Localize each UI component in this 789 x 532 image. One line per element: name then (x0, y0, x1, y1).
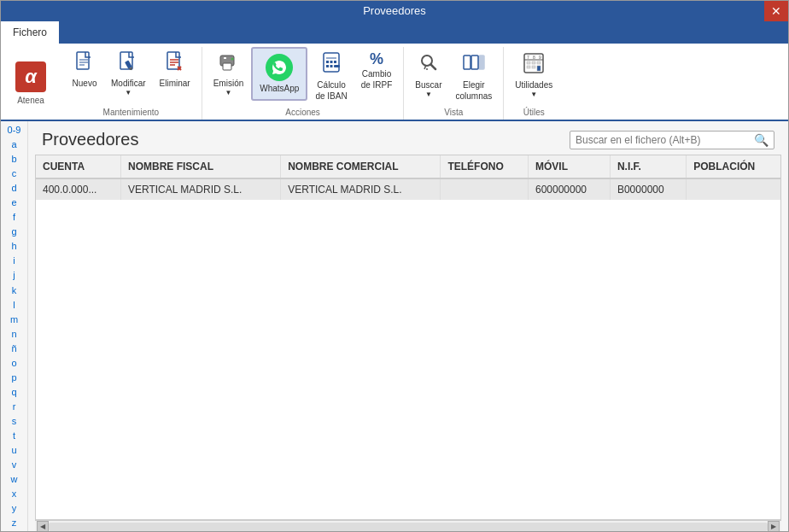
content-area: Proveedores 🔍 CUENTA NOMBRE FISCAL NOMBR… (28, 121, 788, 532)
alpha-m[interactable]: m (10, 313, 18, 327)
alpha-z[interactable]: z (12, 516, 17, 530)
alpha-s[interactable]: s (12, 414, 17, 429)
alpha-u[interactable]: u (11, 443, 16, 458)
emision-label: Emisión (213, 78, 244, 89)
whatsapp-icon (266, 54, 293, 81)
scroll-left-arrow[interactable]: ◀ (37, 521, 49, 533)
alpha-i[interactable]: i (13, 254, 15, 268)
col-cuenta: CUENTA (36, 155, 120, 178)
alpha-f[interactable]: f (13, 210, 15, 225)
alpha-ñ[interactable]: ñ (11, 342, 16, 356)
tab-fichero[interactable]: Fichero (1, 21, 59, 44)
col-poblacion: POBLACIÓN (687, 155, 780, 178)
scroll-right-arrow[interactable]: ▶ (768, 521, 780, 533)
svg-rect-0 (77, 52, 89, 69)
utilidades-dropdown-arrow: ▼ (530, 91, 537, 99)
utilidades-icon: 789 (522, 51, 546, 78)
buscar-button[interactable]: Buscar ▼ (409, 47, 447, 103)
cell-nif: B0000000 (610, 178, 686, 200)
col-nif: N.I.F. (610, 155, 686, 178)
alpha-r[interactable]: r (13, 400, 16, 414)
svg-rect-24 (334, 65, 340, 67)
utilidades-button[interactable]: 789 Utilidades ▼ (509, 47, 558, 103)
table-row[interactable]: 400.0.000... VERTICAL MADRID S.L. VERTIC… (36, 178, 780, 200)
alpha-t[interactable]: t (13, 429, 15, 443)
close-button[interactable]: ✕ (764, 1, 788, 21)
calculo-iban-label: Cálculo de IBAN (315, 79, 347, 102)
alpha-w[interactable]: w (11, 472, 18, 487)
svg-rect-20 (330, 61, 333, 63)
alpha-09[interactable]: 0-9 (8, 123, 21, 137)
table-header-row: CUENTA NOMBRE FISCAL NOMBRE COMERCIAL TE… (36, 155, 780, 178)
utilidades-label: Utilidades (515, 79, 552, 91)
alpha-h[interactable]: h (11, 239, 16, 254)
table-container: CUENTA NOMBRE FISCAL NOMBRE COMERCIAL TE… (35, 155, 781, 520)
cell-telefono (441, 178, 529, 200)
cambio-irpf-button[interactable]: % Cambio de IRPF (355, 47, 399, 95)
eliminar-icon (166, 51, 184, 76)
cambio-irpf-icon: % (370, 51, 383, 67)
horizontal-scrollbar[interactable]: ◀ ▶ (35, 520, 781, 532)
alpha-n[interactable]: n (11, 327, 16, 342)
cell-nombre-comercial: VERTICAL MADRID S.L. (281, 178, 441, 200)
scroll-track[interactable] (49, 523, 768, 531)
emision-icon (218, 51, 238, 76)
alpha-q[interactable]: q (11, 385, 16, 400)
alpha-l[interactable]: l (13, 298, 15, 313)
ribbon-section-vista: Buscar ▼ Elegir columnas Vista (404, 47, 504, 120)
alpha-k[interactable]: k (12, 284, 17, 298)
atenea-icon: α (15, 61, 46, 92)
svg-point-16 (231, 58, 234, 61)
svg-rect-15 (224, 57, 226, 59)
svg-text:8: 8 (533, 55, 535, 60)
svg-rect-21 (334, 61, 336, 63)
svg-rect-7 (167, 52, 179, 69)
alpha-x[interactable]: x (12, 487, 17, 501)
emision-button[interactable]: Emisión ▼ (207, 47, 250, 102)
alpha-y[interactable]: y (12, 501, 17, 516)
alpha-v[interactable]: v (12, 458, 17, 472)
eliminar-button[interactable]: Eliminar (154, 47, 196, 93)
search-box[interactable]: 🔍 (570, 131, 774, 149)
buscar-dropdown-arrow: ▼ (425, 91, 432, 99)
ribbon-section-mantenimiento: Nuevo Modificar ▼ Eliminar Mantenimiento (61, 47, 202, 120)
mantenimiento-label: Mantenimiento (66, 106, 196, 120)
ribbon-content: α Atenea Nuevo Modificar ▼ (1, 44, 788, 121)
svg-rect-19 (326, 61, 329, 63)
ribbon-section-utiles: 789 Utilidades ▼ Útiles (504, 47, 564, 120)
alpha-j[interactable]: j (13, 268, 15, 283)
alpha-c[interactable]: c (12, 167, 17, 181)
eliminar-label: Eliminar (160, 78, 190, 89)
alpha-o[interactable]: o (11, 356, 16, 371)
col-nombre-fiscal: NOMBRE FISCAL (120, 155, 280, 178)
whatsapp-button[interactable]: WhatsApp (251, 47, 307, 101)
page-title: Proveedores (42, 130, 138, 149)
title-bar: Proveedores ✕ (1, 1, 788, 21)
calculo-iban-button[interactable]: Cálculo de IBAN (309, 47, 353, 106)
nuevo-label: Nuevo (73, 78, 97, 89)
cell-nombre-fiscal: VERTICAL MADRID S.L. (120, 178, 280, 200)
main-area: 0-9 a b c d e f g h i j k l m n ñ o p q … (1, 121, 788, 532)
svg-text:7: 7 (527, 55, 529, 60)
svg-line-26 (430, 65, 435, 70)
nuevo-button[interactable]: Nuevo (66, 47, 103, 93)
svg-text:9: 9 (539, 55, 541, 60)
svg-rect-39 (537, 61, 541, 64)
alpha-e[interactable]: e (11, 196, 16, 210)
alpha-d[interactable]: d (11, 181, 16, 196)
cell-cuenta: 400.0.000... (36, 178, 120, 200)
alpha-p[interactable]: p (11, 371, 16, 385)
search-input[interactable] (576, 134, 754, 146)
svg-rect-40 (527, 66, 530, 68)
ribbon-section-acciones: Emisión ▼ WhatsApp Cálculo de IBAN % (202, 47, 405, 120)
svg-rect-22 (326, 65, 329, 67)
alpha-a[interactable]: a (11, 137, 16, 152)
elegir-columnas-button[interactable]: Elegir columnas (449, 47, 498, 106)
modificar-button[interactable]: Modificar ▼ (105, 47, 152, 102)
col-nombre-comercial: NOMBRE COMERCIAL (281, 155, 441, 178)
cell-movil: 600000000 (528, 178, 610, 200)
alpha-g[interactable]: g (11, 225, 16, 239)
alpha-b[interactable]: b (11, 152, 16, 167)
ribbon-tabs: Fichero (1, 21, 788, 44)
modificar-dropdown-arrow: ▼ (125, 89, 132, 97)
